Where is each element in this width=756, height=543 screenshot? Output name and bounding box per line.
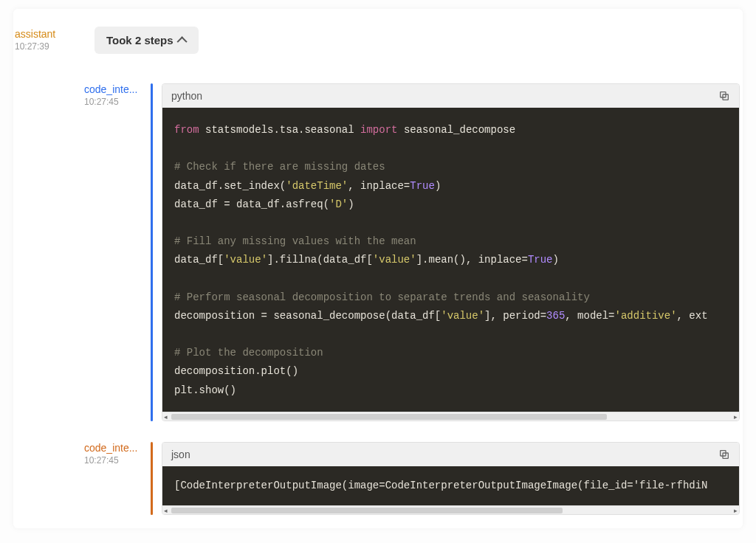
scroll-left-icon: ◂: [164, 413, 168, 421]
scroll-left-icon: ◂: [164, 507, 168, 514]
scrollbar-horizontal[interactable]: ◂ ▸: [162, 505, 739, 514]
stripe-indicator: [151, 442, 153, 515]
timestamp: 10:27:39: [15, 41, 84, 52]
language-label: python: [171, 90, 202, 102]
role-code-input: code_inte...: [84, 83, 151, 95]
steps-chip[interactable]: Took 2 steps: [94, 27, 199, 54]
scrollbar-thumb[interactable]: [171, 414, 607, 420]
copy-icon: [718, 449, 730, 460]
stripe-indicator: [151, 83, 153, 421]
role-assistant: assistant: [15, 28, 84, 40]
code-block-output: json [CodeInterpreterOutputImage(image=C…: [162, 442, 740, 515]
code-block-input: python from statsmodels.tsa.seasonal imp…: [162, 83, 740, 421]
timestamp: 10:27:45: [84, 97, 151, 107]
chevron-up-icon: [176, 36, 187, 46]
chip-label: Took 2 steps: [106, 34, 173, 46]
scroll-right-icon: ▸: [734, 507, 738, 514]
language-label: json: [171, 449, 190, 460]
code-content: [CodeInterpreterOutputImage(image=CodeIn…: [162, 466, 739, 505]
scrollbar-horizontal[interactable]: ◂ ▸: [162, 412, 739, 421]
copy-icon: [718, 90, 730, 102]
scroll-right-icon: ▸: [734, 413, 738, 421]
code-content: from statsmodels.tsa.seasonal import sea…: [162, 108, 739, 412]
scrollbar-thumb[interactable]: [171, 508, 563, 513]
timestamp: 10:27:45: [84, 455, 151, 466]
copy-button[interactable]: [718, 90, 730, 102]
copy-button[interactable]: [718, 449, 730, 460]
role-code-output: code_inte...: [84, 442, 151, 454]
